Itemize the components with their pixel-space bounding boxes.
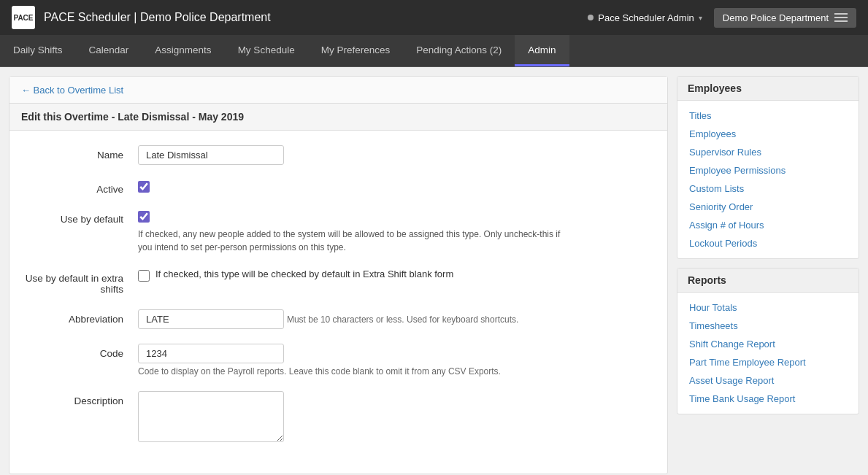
use-by-default-label: Use by default <box>21 209 138 225</box>
left-content: ← Back to Overtime List Edit this Overti… <box>9 76 668 474</box>
active-checkbox[interactable] <box>138 181 150 193</box>
sidebar-link-part-time-report[interactable]: Part Time Employee Report <box>677 353 859 371</box>
sidebar-link-supervisor-rules[interactable]: Supervisor Rules <box>677 143 859 161</box>
abbreviation-input[interactable] <box>138 309 284 329</box>
abbreviation-help: Must be 10 characters or less. Used for … <box>287 314 518 325</box>
name-label: Name <box>21 145 138 161</box>
nav-assignments[interactable]: Assignments <box>142 35 224 66</box>
header-right: Pace Scheduler Admin ▾ Demo Police Depar… <box>588 8 856 28</box>
description-control <box>138 391 656 444</box>
employees-links: Titles Employees Supervisor Rules Employ… <box>677 101 859 258</box>
header-left: PACE PACE Scheduler | Demo Police Depart… <box>12 6 271 29</box>
back-link-bar: ← Back to Overtime List <box>9 77 667 104</box>
reports-links: Hour Totals Timesheets Shift Change Repo… <box>677 293 859 414</box>
use-by-default-control: If checked, any new people added to the … <box>138 209 656 254</box>
employees-section-header: Employees <box>677 77 859 101</box>
department-button[interactable]: Demo Police Department <box>714 8 856 28</box>
name-control <box>138 145 656 165</box>
sidebar-link-timesheets[interactable]: Timesheets <box>677 317 859 335</box>
code-control: Code to display on the Payroll reports. … <box>138 344 656 376</box>
form-row-name: Name <box>21 145 656 165</box>
sidebar-link-lockout-periods[interactable]: Lockout Periods <box>677 234 859 252</box>
form-row-use-by-default: Use by default If checked, any new peopl… <box>21 209 656 254</box>
nav-bar: Daily Shifts Calendar Assignments My Sch… <box>0 35 868 67</box>
reports-section: Reports Hour Totals Timesheets Shift Cha… <box>677 268 859 414</box>
extra-shifts-label: Use by default in extra shifts <box>21 269 138 295</box>
code-input[interactable] <box>138 344 284 363</box>
reports-section-header: Reports <box>677 269 859 293</box>
active-label: Active <box>21 179 138 195</box>
user-info[interactable]: Pace Scheduler Admin ▾ <box>588 12 702 23</box>
form-area: Name Active Use by default If checked, a… <box>9 131 667 474</box>
app-title: PACE Scheduler | Demo Police Department <box>44 11 271 24</box>
nav-my-preferences[interactable]: My Preferences <box>308 35 404 66</box>
extra-shifts-control: If checked, this type will be checked by… <box>138 269 656 282</box>
description-label: Description <box>21 391 138 406</box>
hamburger-icon <box>834 13 848 22</box>
sidebar-link-employees[interactable]: Employees <box>677 125 859 143</box>
sidebar-link-seniority-order[interactable]: Seniority Order <box>677 198 859 216</box>
sidebar-link-asset-usage-report[interactable]: Asset Usage Report <box>677 371 859 390</box>
nav-calendar[interactable]: Calendar <box>76 35 142 66</box>
back-link[interactable]: ← Back to Overtime List <box>21 85 123 96</box>
extra-shifts-checkbox[interactable] <box>138 270 150 282</box>
user-label: Pace Scheduler Admin <box>598 12 694 23</box>
description-input[interactable] <box>138 391 284 442</box>
edit-title-bar: Edit this Overtime - Late Dismissal - Ma… <box>9 104 667 131</box>
right-sidebar: Employees Titles Employees Supervisor Ru… <box>677 76 859 474</box>
nav-my-schedule[interactable]: My Schedule <box>225 35 308 66</box>
abbreviation-label: Abbreviation <box>21 309 138 325</box>
employees-section: Employees Titles Employees Supervisor Ru… <box>677 76 859 259</box>
active-control <box>138 179 656 195</box>
form-row-active: Active <box>21 179 656 195</box>
edit-title: Edit this Overtime - Late Dismissal - Ma… <box>21 111 244 123</box>
sidebar-link-shift-change-report[interactable]: Shift Change Report <box>677 335 859 353</box>
sidebar-link-time-bank-report[interactable]: Time Bank Usage Report <box>677 390 859 408</box>
use-by-default-checkbox[interactable] <box>138 211 150 223</box>
use-by-default-help: If checked, any new people added to the … <box>138 228 576 254</box>
abbreviation-control: Must be 10 characters or less. Used for … <box>138 309 656 329</box>
form-row-extra-shifts: Use by default in extra shifts If checke… <box>21 269 656 295</box>
code-help: Code to display on the Payroll reports. … <box>138 366 656 376</box>
sidebar-link-employee-permissions[interactable]: Employee Permissions <box>677 161 859 179</box>
top-header: PACE PACE Scheduler | Demo Police Depart… <box>0 0 868 35</box>
logo-text: PACE <box>13 14 33 22</box>
extra-shifts-checkbox-row: If checked, this type will be checked by… <box>138 269 656 282</box>
user-dropdown-icon: ▾ <box>699 14 702 22</box>
sidebar-link-custom-lists[interactable]: Custom Lists <box>677 179 859 198</box>
form-row-description: Description <box>21 391 656 444</box>
name-input[interactable] <box>138 145 284 165</box>
nav-daily-shifts[interactable]: Daily Shifts <box>0 35 76 66</box>
main-layout: ← Back to Overtime List Edit this Overti… <box>0 67 868 475</box>
sidebar-link-assign-hours[interactable]: Assign # of Hours <box>677 216 859 234</box>
department-label: Demo Police Department <box>723 12 829 23</box>
nav-admin[interactable]: Admin <box>515 35 569 66</box>
form-row-code: Code Code to display on the Payroll repo… <box>21 344 656 376</box>
nav-pending-actions[interactable]: Pending Actions (2) <box>403 35 515 66</box>
sidebar-link-hour-totals[interactable]: Hour Totals <box>677 298 859 317</box>
logo: PACE <box>12 6 35 29</box>
code-label: Code <box>21 344 138 359</box>
extra-shifts-help: If checked, this type will be checked by… <box>155 269 453 279</box>
user-status-dot <box>588 15 594 20</box>
form-row-abbreviation: Abbreviation Must be 10 characters or le… <box>21 309 656 329</box>
sidebar-link-titles[interactable]: Titles <box>677 107 859 125</box>
